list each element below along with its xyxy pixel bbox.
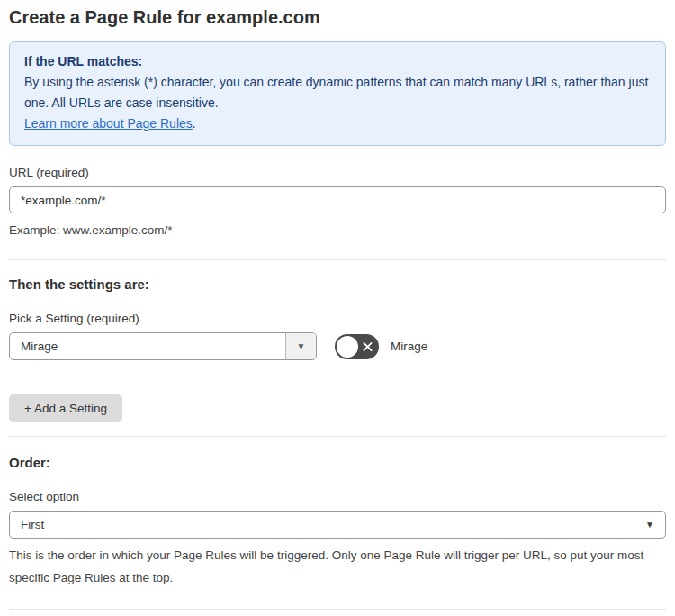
url-match-info-box: If the URL matches: By using the asteris… — [9, 41, 666, 146]
order-helper-text: This is the order in which your Page Rul… — [9, 544, 666, 589]
order-select[interactable]: First ▼ — [9, 511, 666, 539]
toggle-off-x-icon — [363, 341, 373, 351]
divider-settings — [9, 259, 666, 260]
order-section-heading: Order: — [9, 455, 666, 470]
toggle-knob — [337, 336, 358, 358]
toggle-setting-label: Mirage — [391, 340, 428, 353]
link-period: . — [193, 116, 196, 131]
order-select-label: Select option — [9, 490, 666, 503]
mirage-toggle[interactable] — [335, 334, 379, 359]
setting-dropdown[interactable]: Mirage ▼ — [9, 332, 317, 360]
page-title: Create a Page Rule for example.com — [9, 7, 666, 28]
setting-dropdown-value: Mirage — [10, 333, 285, 359]
settings-section-heading: Then the settings are: — [9, 276, 666, 292]
add-setting-wrap: + Add a Setting — [9, 394, 666, 422]
divider-order — [9, 436, 666, 437]
url-example-helper: Example: www.example.com/* — [9, 220, 666, 241]
learn-more-link[interactable]: Learn more about Page Rules — [24, 116, 193, 131]
setting-dropdown-arrow-button[interactable]: ▼ — [285, 333, 316, 359]
divider-footer — [9, 609, 666, 610]
info-box-heading: If the URL matches: — [24, 51, 651, 72]
url-field-label: URL (required) — [9, 166, 666, 179]
pick-setting-label: Pick a Setting (required) — [9, 312, 666, 325]
create-page-rule-form: Create a Page Rule for example.com If th… — [0, 0, 675, 616]
add-setting-button[interactable]: + Add a Setting — [9, 394, 122, 422]
url-input[interactable] — [9, 186, 666, 213]
chevron-down-icon: ▼ — [297, 341, 306, 351]
info-box-body: By using the asterisk (*) character, you… — [24, 72, 651, 113]
setting-row: Mirage ▼ Mirage — [9, 332, 666, 360]
chevron-down-icon: ▼ — [645, 520, 654, 530]
info-box-link-line: Learn more about Page Rules. — [24, 113, 651, 134]
order-select-value: First — [21, 518, 645, 531]
